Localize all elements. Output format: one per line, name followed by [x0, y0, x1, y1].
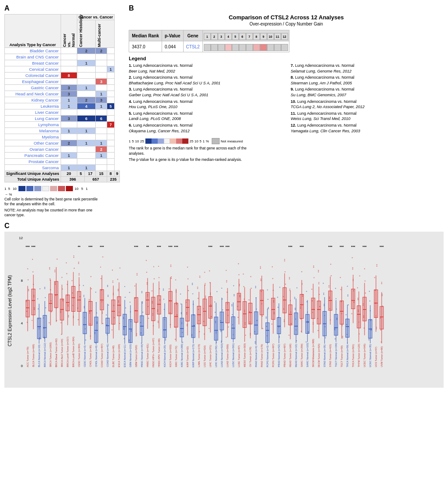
- svg-point-655: [365, 280, 365, 281]
- cell-ch: 1: [77, 140, 96, 146]
- svg-point-636: [353, 279, 354, 280]
- svg-point-25: [39, 338, 40, 339]
- boxplot-group: KICH Normal (n=25): [162, 245, 167, 367]
- svg-point-163: [108, 295, 108, 296]
- significance-star: ***: [168, 245, 172, 249]
- svg-point-202: [131, 331, 132, 331]
- svg-point-516: [289, 277, 290, 278]
- svg-point-580: [324, 315, 325, 316]
- boxplot-svg: [340, 236, 344, 344]
- cancer-name[interactable]: Esophageal Cancer: [5, 79, 61, 85]
- svg-point-48: [49, 269, 50, 269]
- cancer-name[interactable]: Melanoma: [5, 128, 61, 134]
- table-row: Prostate Cancer: [5, 159, 120, 165]
- svg-point-293: [174, 327, 175, 327]
- svg-rect-23: [37, 318, 41, 339]
- boxplot-svg: [351, 236, 355, 343]
- svg-point-65: [54, 269, 55, 270]
- comp-gene-val[interactable]: CTSL2: [183, 41, 202, 52]
- boxplot-svg: [328, 236, 332, 343]
- cancer-name[interactable]: Lung Cancer: [5, 116, 61, 122]
- cancer-name[interactable]: Sarcoma: [5, 165, 61, 171]
- cell-mc: 1: [96, 91, 107, 97]
- analysis-cell: [260, 44, 267, 51]
- cancer-name[interactable]: Liver Cancer: [5, 109, 61, 116]
- cancer-name[interactable]: Pancreatic Cancer: [5, 153, 61, 159]
- cell-mc: [96, 60, 107, 66]
- boxplot-svg: [65, 236, 70, 336]
- cancer-name[interactable]: Leukemia: [5, 103, 61, 109]
- sig-value: 9: [115, 171, 120, 177]
- boxplot-group: ***KIRC Tumor (n=72): [173, 245, 179, 367]
- boxplot-svg: [220, 236, 224, 342]
- svg-point-556: [312, 300, 313, 301]
- svg-point-567: [317, 318, 318, 319]
- svg-point-444: [255, 342, 256, 343]
- cancer-name[interactable]: Head and Neck Cancer: [5, 91, 61, 97]
- svg-point-415: [237, 306, 238, 307]
- cancer-name[interactable]: Cervical Cancer: [5, 66, 61, 73]
- boxplot-svg: [71, 236, 76, 336]
- boxplot-label: LUAD Tumor (n=559): [226, 344, 229, 367]
- boxplot-svg: [282, 236, 287, 343]
- svg-point-445: [254, 331, 255, 332]
- svg-point-6: [27, 268, 28, 269]
- svg-point-665: [370, 320, 371, 321]
- svg-point-459: [261, 291, 262, 292]
- comp-header-pval: p-Value: [162, 30, 183, 41]
- svg-point-180: [118, 290, 119, 291]
- svg-point-97: [73, 255, 74, 256]
- svg-point-104: [78, 319, 79, 320]
- svg-point-625: [347, 294, 348, 295]
- boxplot-label: PAAD Normal (n=4): [255, 346, 257, 367]
- cancer-name[interactable]: Gastric Cancer: [5, 85, 61, 91]
- cancer-name[interactable]: Kidney Cancer: [5, 97, 61, 103]
- svg-point-50: [51, 311, 52, 312]
- significance-star: ***: [362, 245, 366, 249]
- svg-point-149: [101, 290, 102, 291]
- cell-multi: [107, 73, 115, 79]
- cancer-name[interactable]: Lymphoma: [5, 122, 61, 128]
- svg-rect-463: [266, 323, 269, 342]
- cancer-name[interactable]: Colorectal Cancer: [5, 73, 61, 79]
- analysis-header-num: 7: [246, 33, 253, 40]
- boxplot-group: LGG Tumor (n=516): [202, 245, 207, 367]
- svg-point-205: [130, 302, 130, 302]
- svg-point-414: [238, 317, 238, 318]
- svg-point-389: [226, 270, 227, 271]
- svg-point-667: [369, 300, 370, 301]
- boxplot-svg: [300, 236, 304, 343]
- svg-point-553: [313, 267, 314, 268]
- svg-point-361: [210, 304, 211, 305]
- boxplot-label: BRCA Tumor (n=1093): [49, 342, 52, 367]
- svg-point-564: [318, 283, 319, 284]
- boxplot-svg: [248, 236, 253, 346]
- svg-point-347: [204, 334, 205, 335]
- cancer-name[interactable]: Brain and CNS Cancer: [5, 54, 61, 60]
- cell-mc: [96, 109, 107, 116]
- cancer-name[interactable]: Prostate Cancer: [5, 159, 61, 165]
- boxplot-group: ***STAD Tumor (n=415): [328, 245, 333, 367]
- boxplot-svg: [128, 236, 133, 343]
- cell-cn: 3: [61, 85, 77, 91]
- cancer-name[interactable]: Breast Cancer: [5, 60, 61, 66]
- cancer-name[interactable]: Bladder Cancer: [5, 48, 61, 54]
- boxplot-label: PRAD Normal (n=52): [278, 344, 280, 367]
- analysis-header-num: 6: [239, 33, 246, 40]
- svg-point-91: [73, 257, 74, 258]
- boxplot-svg: [322, 236, 327, 344]
- cell-ch: [77, 109, 96, 116]
- significance-star: ***: [288, 245, 292, 249]
- svg-rect-177: [117, 297, 121, 316]
- svg-rect-166: [112, 300, 115, 324]
- svg-rect-672: [374, 290, 378, 317]
- boxplot-group: COAD Normal (n=41): [105, 245, 110, 367]
- svg-point-633: [351, 313, 352, 314]
- cancer-name[interactable]: Ovarian Cancer: [5, 146, 61, 153]
- cancer-name[interactable]: Myeloma: [5, 134, 61, 140]
- cancer-name[interactable]: Other Cancer: [5, 140, 61, 146]
- svg-point-47: [50, 280, 51, 280]
- svg-point-18: [32, 259, 33, 260]
- boxplot-group: ESCA Tumor (n=184): [116, 245, 122, 367]
- svg-point-16: [33, 284, 34, 285]
